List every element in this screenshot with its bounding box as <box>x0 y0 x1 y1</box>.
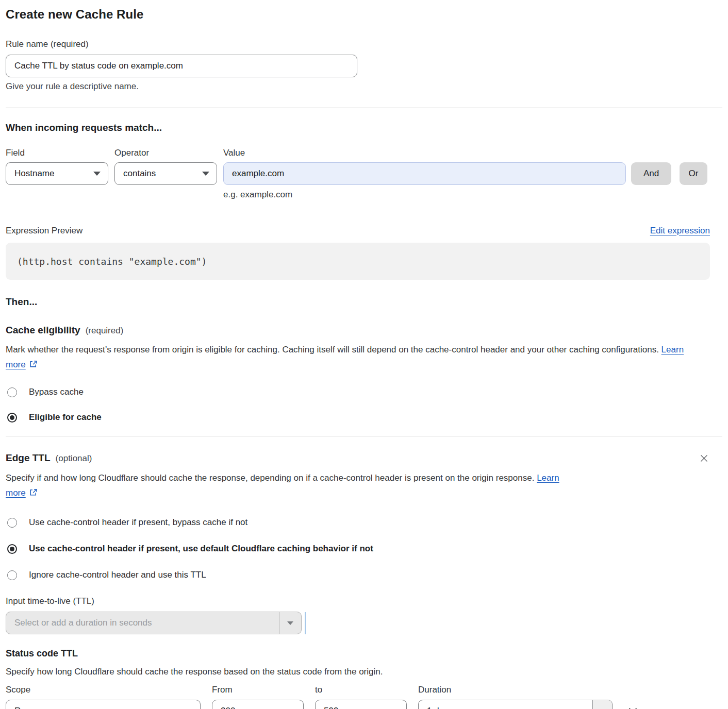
radio-selected-icon <box>7 413 17 423</box>
expression-preview-box: (http.host contains "example.com") <box>6 243 710 280</box>
cache-eligibility-description: Mark whether the request’s response from… <box>6 342 697 373</box>
radio-use-header-default[interactable]: Use cache-control header if present, use… <box>6 544 722 554</box>
ttl-duration-select[interactable]: Select or add a duration in seconds <box>6 612 302 634</box>
chevron-down-icon <box>202 172 209 176</box>
or-button[interactable]: Or <box>680 162 707 185</box>
close-icon[interactable] <box>698 452 710 464</box>
chevron-down-icon[interactable] <box>279 612 301 634</box>
scope-label: Scope <box>6 685 201 695</box>
radio-circle-icon <box>7 387 17 397</box>
to-select-value: 599 <box>324 706 338 709</box>
edge-ttl-description: Specify if and how long Cloudflare shoul… <box>6 470 575 501</box>
duration-combobox[interactable]: 1 day <box>418 700 613 709</box>
duration-value[interactable]: 1 day <box>419 700 592 709</box>
from-select[interactable]: 200 <box>212 700 304 709</box>
rule-name-label: Rule name (required) <box>6 39 89 49</box>
status-code-ttl-description: Specify how long Cloudflare should cache… <box>6 664 722 679</box>
scope-select-value: Range <box>14 706 40 709</box>
operator-select-value: contains <box>123 168 156 179</box>
create-cache-rule-form: Create new Cache Rule Rule name (require… <box>0 0 728 709</box>
rule-name-help: Give your rule a descriptive name. <box>6 81 722 92</box>
operator-select[interactable]: contains <box>114 162 217 185</box>
then-heading: Then... <box>6 296 722 308</box>
radio-bypass-cache[interactable]: Bypass cache <box>6 387 722 397</box>
match-section-heading: When incoming requests match... <box>6 122 722 133</box>
expression-code: (http.host contains "example.com") <box>17 256 207 267</box>
external-link-icon <box>29 486 38 501</box>
value-hint: e.g. example.com <box>223 190 626 200</box>
radio-circle-icon <box>7 570 17 580</box>
radio-label: Eligible for cache <box>29 412 102 423</box>
chevron-down-icon <box>93 172 101 176</box>
expression-preview-label: Expression Preview <box>6 226 82 236</box>
section-divider <box>6 436 722 436</box>
value-input[interactable] <box>223 162 626 185</box>
page-title: Create new Cache Rule <box>6 7 722 22</box>
radio-label: Use cache-control header if present, use… <box>29 544 373 554</box>
field-select[interactable]: Hostname <box>6 162 108 185</box>
remove-row-icon[interactable] <box>626 705 640 709</box>
from-label: From <box>212 685 304 695</box>
radio-ignore-header-use-ttl[interactable]: Ignore cache-control header and use this… <box>6 570 722 580</box>
rule-name-input[interactable] <box>6 55 357 77</box>
operator-label: Operator <box>114 148 217 158</box>
field-select-value: Hostname <box>14 168 54 179</box>
radio-eligible-for-cache[interactable]: Eligible for cache <box>6 412 722 423</box>
value-label: Value <box>223 148 626 158</box>
radio-label: Use cache-control header if present, byp… <box>29 517 247 528</box>
cache-eligibility-description-text: Mark whether the request’s response from… <box>6 345 659 354</box>
field-label: Field <box>6 148 108 158</box>
section-divider <box>6 108 722 108</box>
radio-selected-icon <box>7 544 17 554</box>
edge-ttl-description-text: Specify if and how long Cloudflare shoul… <box>6 473 534 483</box>
status-code-ttl-heading: Status code TTL <box>6 648 722 659</box>
duration-label: Duration <box>418 685 613 695</box>
cache-eligibility-heading: Cache eligibility <box>6 325 80 336</box>
cache-eligibility-qualifier: (required) <box>86 326 124 336</box>
from-select-value: 200 <box>221 706 235 709</box>
scope-select[interactable]: Range <box>6 700 201 709</box>
edge-ttl-heading: Edge TTL <box>6 452 51 464</box>
ttl-duration-placeholder: Select or add a duration in seconds <box>6 612 279 634</box>
radio-label: Bypass cache <box>29 387 84 397</box>
edge-ttl-qualifier: (optional) <box>56 453 92 464</box>
external-link-icon <box>29 358 38 373</box>
to-select[interactable]: 599 <box>315 700 407 709</box>
radio-circle-icon <box>7 518 17 528</box>
radio-label: Ignore cache-control header and use this… <box>29 570 206 580</box>
chevron-down-icon[interactable] <box>592 700 612 709</box>
to-label: to <box>315 685 407 695</box>
and-button[interactable]: And <box>631 162 671 185</box>
ttl-input-label: Input time-to-live (TTL) <box>6 596 722 606</box>
text-cursor <box>305 612 306 634</box>
edit-expression-link[interactable]: Edit expression <box>650 226 710 236</box>
radio-use-header-bypass[interactable]: Use cache-control header if present, byp… <box>6 517 722 528</box>
